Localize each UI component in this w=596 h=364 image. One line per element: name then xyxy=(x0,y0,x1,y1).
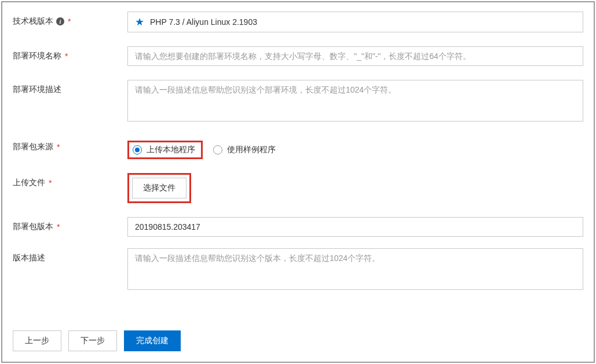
row-env-name: 部署环境名称 * xyxy=(13,46,583,66)
label-text: 部署环境描述 xyxy=(13,84,61,95)
pkg-version-input[interactable] xyxy=(127,217,583,237)
row-upload-file: 上传文件 * 选择文件 xyxy=(13,173,583,203)
required-marker: * xyxy=(65,52,68,61)
row-pkg-version: 部署包版本 * xyxy=(13,217,583,237)
label-stack-version: 技术栈版本 i * xyxy=(13,12,127,27)
label-version-desc: 版本描述 xyxy=(13,248,127,263)
radio-label: 使用样例程序 xyxy=(227,145,276,155)
stack-version-select[interactable]: ★ PHP 7.3 / Aliyun Linux 2.1903 xyxy=(127,12,583,32)
row-version-desc: 版本描述 xyxy=(13,248,583,292)
prev-button[interactable]: 上一步 xyxy=(13,330,61,351)
required-marker: * xyxy=(57,222,60,231)
row-stack-version: 技术栈版本 i * ★ PHP 7.3 / Aliyun Linux 2.190… xyxy=(13,12,583,32)
label-text: 部署包来源 xyxy=(13,142,53,152)
radio-use-sample[interactable]: 使用样例程序 xyxy=(213,145,276,155)
label-text: 部署包版本 xyxy=(13,222,53,232)
required-marker: * xyxy=(68,17,71,26)
highlight-choose-file: 选择文件 xyxy=(127,173,191,203)
field-pkg-version xyxy=(127,217,583,237)
field-stack-version: ★ PHP 7.3 / Aliyun Linux 2.1903 xyxy=(127,12,583,32)
label-text: 技术栈版本 xyxy=(13,16,53,27)
radio-circle-icon xyxy=(213,145,222,155)
label-text: 上传文件 xyxy=(13,178,45,188)
radio-upload-local[interactable]: 上传本地程序 xyxy=(133,145,195,155)
pkg-source-radio-group: 上传本地程序 使用样例程序 xyxy=(127,137,583,159)
radio-label: 上传本地程序 xyxy=(147,145,195,155)
label-env-desc: 部署环境描述 xyxy=(13,80,127,95)
env-name-input[interactable] xyxy=(127,46,583,66)
label-pkg-source: 部署包来源 * xyxy=(13,137,127,152)
env-desc-textarea[interactable] xyxy=(127,80,583,122)
field-pkg-source: 上传本地程序 使用样例程序 xyxy=(127,137,583,159)
required-marker: * xyxy=(49,178,52,187)
stack-version-value: PHP 7.3 / Aliyun Linux 2.1903 xyxy=(150,17,257,27)
row-pkg-source: 部署包来源 * 上传本地程序 使用样例程序 xyxy=(13,137,583,159)
radio-circle-checked-icon xyxy=(133,145,142,155)
highlight-upload-local: 上传本地程序 xyxy=(127,141,203,159)
form-container: 技术栈版本 i * ★ PHP 7.3 / Aliyun Linux 2.190… xyxy=(1,1,595,363)
label-env-name: 部署环境名称 * xyxy=(13,46,127,61)
choose-file-button[interactable]: 选择文件 xyxy=(132,178,187,198)
row-env-desc: 部署环境描述 xyxy=(13,80,583,123)
label-text: 部署环境名称 xyxy=(13,51,61,61)
finish-button[interactable]: 完成创建 xyxy=(124,330,181,351)
field-env-name xyxy=(127,46,583,66)
field-version-desc xyxy=(127,248,583,292)
field-env-desc xyxy=(127,80,583,123)
label-text: 版本描述 xyxy=(13,253,45,263)
info-icon[interactable]: i xyxy=(56,17,64,25)
field-upload-file: 选择文件 xyxy=(127,173,583,203)
footer-buttons: 上一步 下一步 完成创建 xyxy=(13,330,181,351)
next-button[interactable]: 下一步 xyxy=(68,330,117,351)
star-icon: ★ xyxy=(135,17,144,27)
label-upload-file: 上传文件 * xyxy=(13,173,127,188)
required-marker: * xyxy=(57,142,60,152)
label-pkg-version: 部署包版本 * xyxy=(13,217,127,232)
version-desc-textarea[interactable] xyxy=(127,248,583,290)
